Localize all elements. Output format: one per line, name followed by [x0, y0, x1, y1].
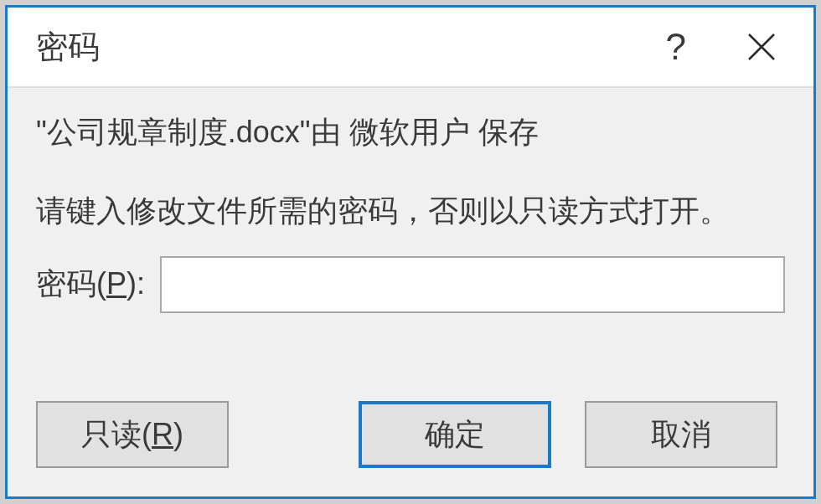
password-row: 密码(P): [36, 256, 785, 313]
readonly-button[interactable]: 只读(R) [36, 401, 229, 468]
cancel-button[interactable]: 取消 [585, 401, 777, 468]
password-label: 密码(P): [36, 264, 145, 305]
ok-button[interactable]: 确定 [359, 401, 551, 468]
password-input[interactable] [160, 256, 785, 313]
file-info-text: "公司规章制度.docx"由 微软用户 保存 [36, 111, 785, 153]
password-dialog: 密码 ? "公司规章制度.docx"由 微软用户 保存 请键入修改文件所需的密码… [5, 5, 816, 499]
dialog-body: "公司规章制度.docx"由 微软用户 保存 请键入修改文件所需的密码，否则以只… [8, 88, 813, 496]
close-icon[interactable] [745, 30, 778, 64]
button-row: 只读(R) 确定 取消 [36, 401, 785, 468]
help-icon[interactable]: ? [666, 26, 686, 68]
instruction-text: 请键入修改文件所需的密码，否则以只读方式打开。 [36, 190, 785, 232]
titlebar-controls: ? [666, 26, 793, 68]
dialog-title: 密码 [36, 26, 666, 69]
titlebar: 密码 ? [8, 8, 813, 88]
